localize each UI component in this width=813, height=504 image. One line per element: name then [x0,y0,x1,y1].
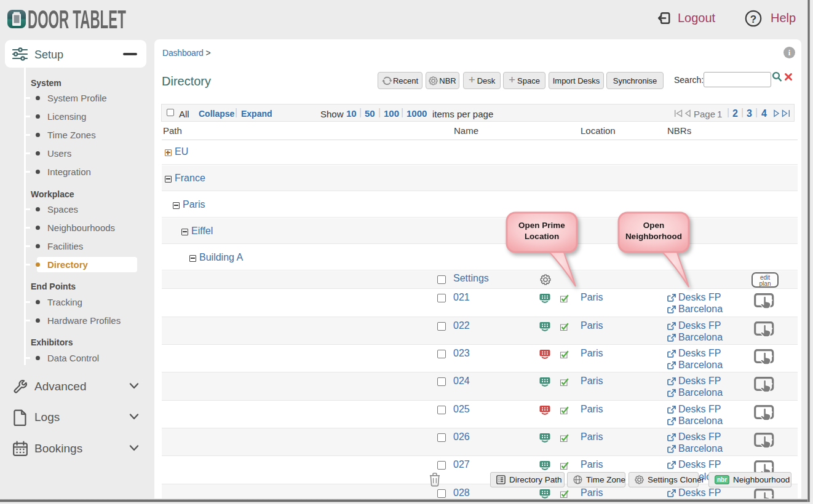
svg-text:nbr: nbr [717,476,727,483]
svg-text:Open: Open [643,221,665,230]
svg-text:Neighborhood: Neighborhood [625,232,682,241]
svg-text:?: ? [750,14,756,25]
svg-text:Open Prime: Open Prime [518,221,565,230]
svg-text:Location: Location [525,232,559,241]
